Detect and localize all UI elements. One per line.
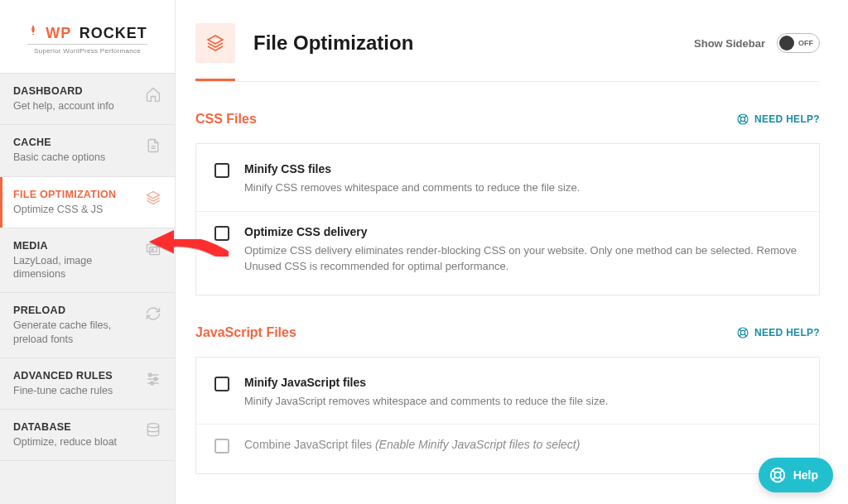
svg-point-27 [774, 472, 780, 478]
lifebuoy-icon [736, 326, 749, 339]
section-css-files: CSS FilesNEED HELP?Minify CSS filesMinif… [195, 112, 820, 295]
sidebar-item-title: MEDIA [13, 240, 140, 252]
sliders-icon [145, 371, 161, 391]
layers-icon [145, 190, 161, 209]
sections-host: CSS FilesNEED HELP?Minify CSS filesMinif… [195, 82, 820, 474]
option-row: Optimize CSS deliveryOptimize CSS delive… [196, 211, 819, 290]
need-help-label: NEED HELP? [754, 113, 820, 125]
section-title: JavaScript Files [195, 325, 296, 340]
svg-point-21 [740, 330, 744, 334]
app-root: WP ROCKET Superior WordPress Performance… [0, 0, 848, 504]
sidebar-item-desc: Generate cache files, preload fonts [13, 319, 140, 346]
help-fab-label: Help [793, 468, 818, 482]
sidebar-item-title: CACHE [13, 137, 105, 148]
svg-rect-4 [150, 247, 160, 254]
need-help-link[interactable]: NEED HELP? [736, 326, 820, 339]
logo-suffix: ROCKET [80, 25, 147, 41]
toggle-knob [779, 36, 794, 50]
option-title: Combine JavaScript files (Enable Minify … [244, 438, 580, 451]
sidebar-item-dashboard[interactable]: DASHBOARDGet help, account info [0, 73, 175, 124]
svg-line-28 [772, 470, 775, 473]
toggle-state-label: OFF [798, 39, 813, 47]
lifebuoy-icon [736, 113, 749, 126]
sidebar-item-title: ADVANCED RULES [13, 370, 113, 382]
section-title: CSS Files [195, 112, 257, 127]
main-content: File Optimization Show Sidebar OFF CSS F… [176, 0, 848, 504]
svg-marker-13 [208, 36, 223, 44]
refresh-icon [145, 305, 161, 325]
layers-icon [205, 33, 225, 53]
option-desc: Minify JavaScript removes whitespace and… [244, 394, 608, 410]
sidebar-item-desc: Basic cache options [13, 151, 105, 164]
sidebar-item-desc: Optimize, reduce bloat [13, 435, 117, 449]
show-sidebar-label: Show Sidebar [694, 37, 765, 50]
sidebar-item-media[interactable]: MEDIALazyLoad, image dimensions [0, 228, 175, 293]
svg-line-30 [772, 478, 775, 481]
option-checkbox [214, 439, 229, 454]
option-checkbox[interactable] [214, 226, 229, 241]
sidebar-item-preload[interactable]: PRELOADGenerate cache files, preload fon… [0, 292, 175, 358]
need-help-link[interactable]: NEED HELP? [736, 113, 820, 126]
option-row: Minify CSS filesMinify CSS removes white… [196, 149, 819, 211]
option-title: Minify JavaScript files [244, 376, 608, 389]
sidebar-item-title: FILE OPTIMIZATION [13, 189, 116, 200]
file-icon [145, 137, 161, 157]
sidebar-item-desc: LazyLoad, image dimensions [13, 254, 140, 281]
sidebar-item-cache[interactable]: CACHEBasic cache options [0, 124, 175, 175]
option-desc: Optimize CSS delivery eliminates render-… [244, 243, 801, 275]
svg-point-5 [152, 249, 153, 251]
media-icon [145, 241, 161, 261]
options-card: Minify CSS filesMinify CSS removes white… [195, 143, 820, 295]
sidebar-item-title: DATABASE [13, 421, 117, 433]
option-row: Combine JavaScript files (Enable Minify … [196, 424, 819, 468]
page-header: File Optimization Show Sidebar OFF [195, 23, 820, 82]
sidebar-item-advanced-rules[interactable]: ADVANCED RULESFine-tune cache rules [0, 358, 175, 409]
sidebar-item-title: PRELOAD [13, 305, 140, 316]
svg-marker-2 [147, 191, 160, 198]
help-fab[interactable]: Help [759, 458, 833, 492]
database-icon [145, 422, 161, 442]
show-sidebar-toggle[interactable]: OFF [777, 33, 820, 53]
sidebar-item-desc: Fine-tune cache rules [13, 384, 113, 397]
nav-list: DASHBOARDGet help, account infoCACHEBasi… [0, 73, 175, 461]
option-title: Optimize CSS delivery [244, 225, 801, 238]
lifebuoy-icon [768, 466, 787, 484]
need-help-label: NEED HELP? [754, 327, 820, 338]
svg-point-12 [147, 424, 158, 428]
logo: WP ROCKET Superior WordPress Performance [0, 0, 175, 73]
rocket-icon [27, 22, 39, 41]
logo-tagline: Superior WordPress Performance [27, 44, 147, 55]
option-checkbox[interactable] [214, 163, 229, 178]
options-card: Minify JavaScript filesMinify JavaScript… [195, 357, 820, 475]
option-desc: Minify CSS removes whitespace and commen… [244, 180, 580, 196]
option-note: (Enable Minify JavaScript files to selec… [375, 438, 580, 451]
sidebar-item-title: DASHBOARD [13, 85, 114, 97]
svg-line-29 [779, 470, 783, 473]
svg-point-15 [740, 117, 744, 121]
option-row: Minify JavaScript filesMinify JavaScript… [196, 362, 819, 425]
svg-line-31 [779, 478, 783, 481]
sidebar-item-desc: Optimize CSS & JS [13, 203, 116, 216]
settings-sidebar: WP ROCKET Superior WordPress Performance… [0, 0, 176, 504]
home-icon [145, 86, 161, 106]
page-title: File Optimization [253, 31, 413, 55]
sidebar-item-database[interactable]: DATABASEOptimize, reduce bloat [0, 409, 175, 461]
sidebar-item-file-optimization[interactable]: FILE OPTIMIZATIONOptimize CSS & JS [0, 176, 175, 228]
option-title: Minify CSS files [244, 162, 580, 175]
section-javascript-files: JavaScript FilesNEED HELP?Minify JavaScr… [195, 325, 820, 475]
sidebar-item-desc: Get help, account info [13, 99, 114, 113]
option-checkbox[interactable] [214, 377, 229, 391]
page-header-icon [195, 23, 235, 63]
logo-prefix: WP [46, 25, 71, 41]
